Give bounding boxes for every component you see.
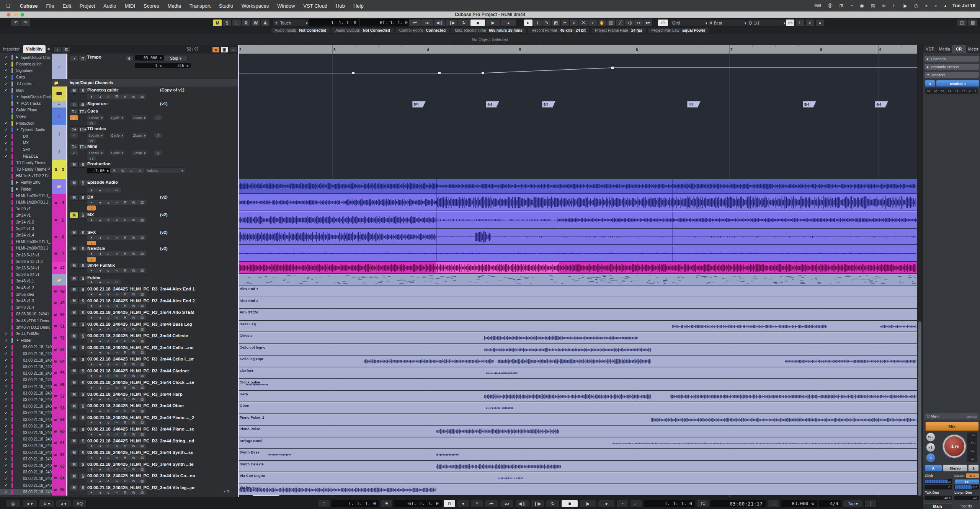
expand-arrow-icon[interactable]: ▶ (16, 181, 18, 184)
track-icon-write[interactable]: W (129, 374, 138, 378)
tool-zoom[interactable]: ⌕ (588, 19, 597, 26)
visibility-checkbox[interactable]: ✓ (5, 147, 9, 152)
track-icon-ctl[interactable]: ▤ (138, 292, 146, 297)
track-icon-ctl[interactable]: ∞ (113, 268, 121, 273)
track-icon-write[interactable]: W (129, 251, 138, 256)
track-name[interactable]: TD notes (87, 126, 106, 131)
mix-source-button[interactable]: Mix (925, 422, 979, 431)
lane-sfx[interactable] (238, 229, 917, 245)
pre-roll-button[interactable]: ◔ (616, 500, 629, 507)
track-name[interactable]: 03.00.21.18_240425_HLMI_PC_R3_3m44 Piano… (87, 415, 194, 420)
pen-icon[interactable]: ≋ (879, 3, 889, 8)
track-icon-read[interactable]: R (121, 408, 129, 413)
add-cycle-marker-button[interactable]: TT+ (78, 109, 87, 115)
tempo-lock-button[interactable]: ⊓ (78, 55, 87, 61)
visibility-row[interactable]: 3m56 idea (0, 291, 52, 298)
track-icon-ctl[interactable]: ▤ (138, 327, 146, 332)
visibility-row[interactable]: 2m24 v1.4 (0, 232, 52, 238)
track-icon-ctl[interactable]: ● (87, 397, 96, 402)
visibility-checkbox[interactable]: ✓ (5, 391, 9, 395)
marker-active-checkbox[interactable]: ✓ (70, 133, 78, 138)
track-icon-ctl[interactable]: ● (87, 408, 96, 413)
signature-event[interactable]: 4/4 (486, 101, 499, 108)
cr-section-channels[interactable]: ▶Channels (924, 56, 979, 62)
marker-clock-button[interactable]: ◷ (154, 115, 162, 120)
find-track-button[interactable]: ⌕ (230, 46, 237, 53)
vca-R[interactable]: R (110, 168, 119, 173)
track-icon-ctl[interactable]: = (104, 279, 113, 284)
project-cursor[interactable] (238, 45, 239, 497)
track-icon-write[interactable]: W (129, 408, 138, 413)
visibility-row[interactable]: TD Family Theme (0, 160, 52, 166)
track-icon-read[interactable]: R (121, 251, 129, 256)
track-icon-ctl[interactable]: ▤ (138, 385, 146, 390)
clock-icon[interactable]: ◷ (911, 3, 921, 8)
visibility-row[interactable]: ✓03.00.21.18_2404 (0, 416, 52, 423)
track-icon-read[interactable]: R (121, 385, 129, 390)
solo-button[interactable]: S (78, 263, 87, 269)
signature-event[interactable]: 5/4 (803, 101, 816, 108)
tool-glue[interactable]: ∪ (570, 19, 579, 26)
track-icon-read[interactable]: R (121, 455, 129, 460)
track-icon-ctl[interactable]: ◂ (96, 279, 104, 284)
visibility-row[interactable]: ✓Production (0, 120, 52, 127)
visibility-row[interactable]: 1m20 v1 (0, 206, 52, 212)
menu-studio[interactable]: Studio (215, 3, 237, 9)
visibility-row[interactable]: ✓03.00.21.18_2404 (0, 344, 52, 351)
track-icon-write[interactable]: W (129, 292, 138, 297)
toolbar-play-button[interactable]: ▶ (485, 19, 501, 26)
tap-tempo-button[interactable]: Tap ▾ (843, 500, 863, 507)
solo-button[interactable]: S (78, 473, 87, 479)
transport-to-end-button[interactable]: ⏭ (500, 500, 514, 507)
toolbar-next-bar-button[interactable]: ❙▶ (446, 19, 458, 26)
track-name[interactable]: Episode Audio (87, 180, 118, 184)
track-03-00-21-18-240425-hlmi-pc-r3-3m44-clock-se[interactable]: ≋5603.00.21.18_240425_HLMI_PC_R3_3m44 Cl… (52, 379, 238, 391)
tempo-edit-button[interactable]: e (125, 55, 134, 61)
apple-menu-icon[interactable]:  (0, 3, 16, 9)
visibility-row[interactable]: ✓03.00.21.18_2404 (0, 443, 52, 449)
visibility-row[interactable]: ✓TD notes (0, 81, 52, 87)
track-icon-ctl[interactable]: ● (87, 292, 96, 297)
track-03-00-21-18-240425-hlmi-pc-r3-3m44-synth-te[interactable]: ≋6303.00.21.18_240425_HLMI_PC_R3_3m44 Sy… (52, 461, 238, 473)
track-icon-edit[interactable]: e (104, 217, 113, 222)
track-icon-ctl[interactable]: ∞ (113, 397, 121, 402)
channel-s-button[interactable]: S (222, 19, 232, 26)
track-tempo[interactable]: ♪Tempo(v1)◑⊓e83.000 ⇅Step ▾1 ⇅316 ⇅ (52, 54, 238, 79)
track-icon-edit[interactable]: e (104, 444, 113, 449)
visibility-checkbox[interactable]: ✓ (5, 358, 9, 362)
track-icon-edit[interactable]: e (104, 235, 113, 240)
visibility-row[interactable]: 3m48 vTD3.1 Demo (0, 318, 52, 324)
window-titlebar[interactable]: Cubase Pro Project - HLMI 3m44 (0, 11, 980, 18)
track-name[interactable]: 03.00.21.18_240425_HLMI_PC_R3_3m44 Bass … (87, 322, 192, 326)
right-tab-meter[interactable]: Meter (966, 45, 980, 53)
window-layout-button[interactable]: ◫ (957, 19, 967, 26)
track-visibility-agent-button[interactable]: ● (212, 46, 220, 53)
track-name[interactable]: 03.00.21.18_240425_HLMI_PC_R3_3m44 Vla l… (87, 485, 195, 490)
track-icon-ctl[interactable]: ● (87, 303, 96, 308)
track-icon-write[interactable]: W (129, 338, 138, 343)
track-03-00-21-18-240425-hlmi-pc-r3-3m44-vla-co-no[interactable]: ≋6403.00.21.18_240425_HLMI_PC_R3_3m44 Vl… (52, 472, 238, 485)
track-td-notes[interactable]: ⅠTD notesT+TT+✓Locate ▾Cycle ▾Zoom ▾◷⊓ (52, 125, 238, 143)
visibility-row[interactable]: ✓03.00.21.18_2404 (0, 429, 52, 436)
flag-button[interactable]: ⚐ (795, 19, 805, 26)
toolbar-prev-bar-button[interactable]: ◀❙ (433, 19, 446, 26)
solo-button[interactable]: S (78, 88, 87, 94)
tc-format-badge[interactable]: TC (697, 500, 709, 507)
aq-button[interactable]: AQ (73, 500, 87, 507)
visibility-checkbox[interactable]: ✓ (5, 141, 9, 145)
track-03-00-21-18-240425-hlmi-pc-r3-3m44-piano-2[interactable]: ≋5903.00.21.18_240425_HLMI_PC_R3_3m44 Pi… (52, 414, 238, 426)
visibility-row[interactable]: ✓03.00.21.18_2404 (0, 364, 52, 370)
track-icon-read[interactable]: R (121, 315, 129, 320)
speaker-stereo-button[interactable]: Stereo (943, 465, 967, 471)
toolbar-stop-button[interactable]: ■ (470, 19, 485, 26)
track-icon-ctl[interactable]: ● (87, 268, 96, 273)
track-03-00-21-18-240425-hlmi-pc-r3-3m44-harp[interactable]: ≋5703.00.21.18_240425_HLMI_PC_R3_3m44 Ha… (52, 391, 238, 403)
tool-range[interactable]: I (533, 19, 542, 26)
visibility-row[interactable]: 2m26 5-24 v1 (0, 265, 52, 271)
track-input-output-channels[interactable]: 📁Input/Output Channels (52, 79, 238, 87)
track-icon-ctl[interactable]: ✂ (113, 279, 121, 284)
midi-mode-button[interactable]: ◕ ▾ (56, 500, 71, 507)
track-icon-ctl[interactable]: ▤ (138, 268, 146, 273)
visibility-row[interactable]: ✓03.00.21.18_2404 (0, 462, 52, 469)
timecode-display[interactable]: 03:00:21:17 (710, 500, 766, 507)
